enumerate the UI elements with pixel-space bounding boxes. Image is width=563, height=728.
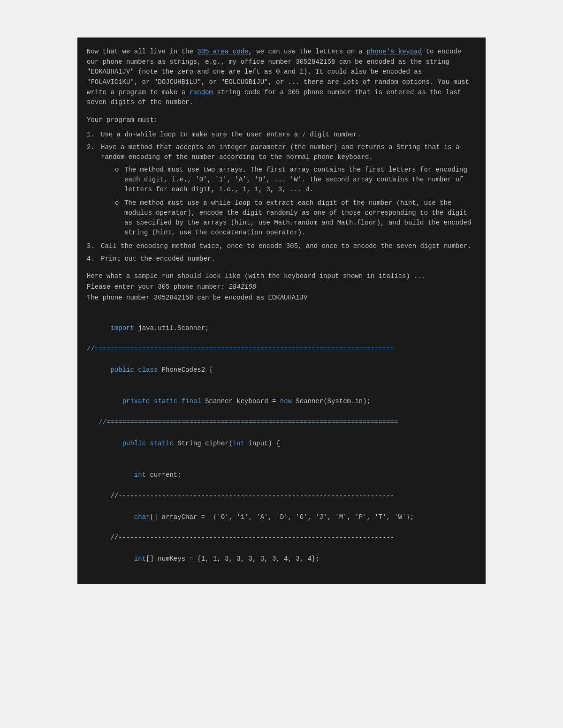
kw-new1: new	[280, 398, 292, 405]
req-num-1: 1.	[87, 130, 95, 140]
code-divider2: //======================================…	[87, 417, 476, 428]
description-block: Now that we all live in the 305 area cod…	[87, 47, 476, 108]
kw-import: import	[110, 324, 134, 332]
code-field: private static final Scanner keyboard = …	[87, 386, 476, 417]
code-divider4: //--------------------------------------…	[87, 533, 476, 543]
code-divider1: //======================================…	[87, 344, 476, 354]
req-num-2: 2.	[87, 143, 95, 152]
sub-item-1: The method must use two arrays. The firs…	[115, 165, 476, 195]
kw-static1: static	[154, 398, 177, 405]
code-divider3: //--------------------------------------…	[87, 491, 476, 501]
code-array-char: char[] arrayChar = {'O', '1', 'A', 'D', …	[87, 501, 476, 533]
code-method-decl: public static String cipher(int input) {	[87, 428, 476, 459]
kw-private: private	[122, 398, 150, 405]
kw-public1: public	[110, 366, 134, 374]
requirements-label: Your program must:	[87, 115, 476, 125]
req-text-2: Have a method that accepts an integer pa…	[101, 143, 476, 162]
main-content: Now that we all live in the 305 area cod…	[77, 38, 486, 584]
sample-prompt-text: Please enter your 305 phone number:	[87, 283, 228, 291]
req-text-1: Use a do-while loop to make sure the use…	[101, 130, 476, 140]
sample-input-text: 2842158	[228, 283, 256, 291]
link-305-area-code[interactable]: 305 area code	[197, 48, 248, 55]
requirements-list: 1. Use a do-while loop to make sure the …	[87, 130, 476, 264]
req-item-1: 1. Use a do-while loop to make sure the …	[87, 130, 476, 140]
req-text-4: Print out the encoded number.	[101, 254, 476, 264]
sample-run: Here what a sample run should look like …	[87, 271, 476, 303]
kw-public2: public	[122, 440, 146, 447]
desc-text-1: Now that we all live in the	[87, 48, 197, 55]
req-item-2: 2. Have a method that accepts an integer…	[87, 143, 476, 238]
sub-text-1: The method must use two arrays. The firs…	[124, 166, 467, 193]
kw-int1: int	[233, 440, 244, 447]
sub-item-2: The method must use a while loop to extr…	[115, 198, 476, 238]
req-num-3: 3.	[87, 241, 95, 251]
code-array-num: int[] numKeys = {1, 1, 3, 3, 3, 3, 3, 4,…	[87, 543, 476, 575]
sample-output-line: The phone number 3052842158 can be encod…	[87, 293, 476, 303]
code-import: import java.util.Scanner;	[87, 312, 476, 344]
kw-int2: int	[134, 471, 146, 479]
req-num-4: 4.	[87, 254, 95, 264]
req-text-3: Call the encoding method twice, once to …	[101, 241, 476, 251]
sub-list: The method must use two arrays. The firs…	[101, 165, 476, 238]
kw-static2: static	[150, 440, 173, 447]
kw-char: char	[134, 513, 150, 521]
link-phone-keypad[interactable]: phone's keypad	[367, 48, 422, 55]
description-para1: Now that we all live in the 305 area cod…	[87, 47, 476, 108]
code-var-current: int current;	[87, 459, 476, 491]
kw-int3: int	[134, 555, 146, 563]
code-section: import java.util.Scanner; //============…	[87, 312, 476, 575]
code-class-decl: public class PhoneCodes2 {	[87, 354, 476, 386]
kw-final: final	[182, 398, 201, 405]
sub-text-2: The method must use a while loop to extr…	[124, 199, 471, 236]
sample-title: Here what a sample run should look like …	[87, 271, 476, 281]
link-random[interactable]: random	[189, 89, 213, 96]
sample-prompt-line: Please enter your 305 phone number: 2842…	[87, 282, 476, 292]
req-item-3: 3. Call the encoding method twice, once …	[87, 241, 476, 251]
req-item-4: 4. Print out the encoded number.	[87, 254, 476, 264]
desc-text-2: , we can use the letters on a	[248, 48, 366, 55]
kw-class: class	[138, 366, 158, 374]
